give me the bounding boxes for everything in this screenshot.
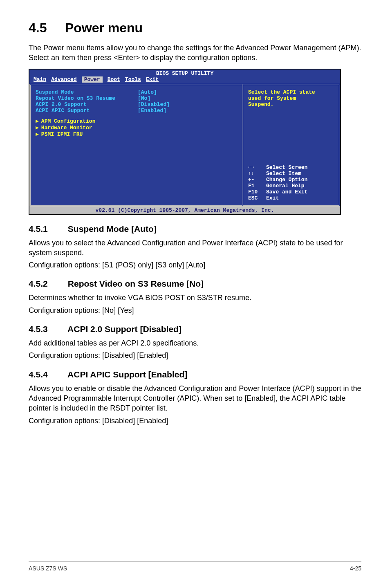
key-desc: Save and Exit — [266, 189, 307, 195]
bios-item-value: [Auto] — [138, 89, 157, 95]
bios-item-suspend-mode[interactable]: Suspend Mode [Auto] — [36, 89, 237, 95]
subsection-title: Repost Video on S3 Resume [No] — [68, 279, 204, 288]
subsection-number: 4.5.3 — [29, 324, 65, 334]
bios-key-legend: ←→Select Screen ↑↓Select Item +-Change O… — [248, 164, 334, 201]
bios-tab-boot[interactable]: Boot — [108, 76, 120, 83]
subsection-heading: 4.5.3 ACPI 2.0 Support [Disabled] — [29, 324, 361, 334]
bios-tab-power[interactable]: Power — [82, 76, 103, 83]
bios-item-label: ACPI 2.0 Support — [36, 101, 138, 108]
bios-submenu-hardware-monitor[interactable]: ▶Hardware Monitor — [36, 124, 237, 131]
bios-tab-exit[interactable]: Exit — [146, 76, 159, 83]
body-text: Configuration options: [Disabled] [Enabl… — [29, 350, 361, 360]
body-text: Allows you to enable or disable the Adva… — [29, 384, 361, 413]
bios-left-pane: Suspend Mode [Auto] Repost Video on S3 R… — [29, 84, 242, 206]
key-desc: General Help — [266, 183, 305, 189]
bios-footer: v02.61 (C)Copyright 1985-2007, American … — [29, 206, 340, 214]
subsection-number: 4.5.1 — [29, 224, 65, 234]
bios-item-repost-video[interactable]: Repost Video on S3 Resume [No] — [36, 95, 237, 101]
key-desc: Select Item — [266, 171, 301, 177]
subsection-heading: 4.5.4 ACPI APIC Support [Enabled] — [29, 370, 361, 379]
section-number: 4.5 — [29, 20, 61, 36]
bios-item-label: Suspend Mode — [36, 89, 138, 95]
subsection-title: ACPI APIC Support [Enabled] — [67, 370, 187, 379]
key-desc: Exit — [266, 195, 279, 201]
triangle-right-icon: ▶ — [36, 131, 39, 137]
section-heading: 4.5 Power menu — [29, 20, 361, 36]
bios-item-value: [Enabled] — [138, 108, 166, 114]
bios-figure: BIOS SETUP UTILITY Main Advanced Power B… — [29, 69, 341, 215]
section-intro: The Power menu items allow you to change… — [29, 43, 361, 63]
bios-item-acpi-20[interactable]: ACPI 2.0 Support [Disabled] — [36, 101, 237, 108]
key-label: +- — [248, 177, 266, 183]
key-label: ESC — [248, 195, 266, 201]
body-text: Configuration options: [No] [Yes] — [29, 305, 361, 315]
bios-item-acpi-apic[interactable]: ACPI APIC Support [Enabled] — [36, 108, 237, 114]
triangle-right-icon: ▶ — [36, 118, 39, 124]
body-text: Add additional tables as per ACPI 2.0 sp… — [29, 338, 361, 348]
key-label: ↑↓ — [248, 171, 266, 177]
bios-tab-advanced[interactable]: Advanced — [51, 76, 76, 83]
bios-submenu-psmi-ipmi-fru[interactable]: ▶PSMI IPMI FRU — [36, 131, 237, 137]
body-text: Configuration options: [S1 (POS) only] [… — [29, 260, 361, 270]
key-label: F1 — [248, 183, 266, 189]
body-text: Configuration options: [Disabled] [Enabl… — [29, 416, 361, 426]
bios-help-line: Select the ACPI state — [248, 89, 334, 95]
bios-help-line: Suspend. — [248, 101, 334, 108]
subsection-title: ACPI 2.0 Support [Disabled] — [67, 324, 182, 334]
bios-right-pane: Select the ACPI state used for System Su… — [242, 84, 340, 206]
subsection-number: 4.5.2 — [29, 279, 65, 289]
key-desc: Select Screen — [266, 164, 307, 171]
bios-submenu-apm[interactable]: ▶APM Configuration — [36, 118, 237, 124]
subsection-heading: 4.5.1 Suspend Mode [Auto] — [29, 224, 361, 234]
body-text: Determines whether to invoke VGA BIOS PO… — [29, 293, 361, 303]
bios-tab-tools[interactable]: Tools — [125, 76, 141, 83]
bios-item-value: [Disabled] — [138, 101, 170, 108]
footer-left: ASUS Z7S WS — [29, 565, 67, 572]
bios-item-label: ACPI APIC Support — [36, 108, 138, 114]
subsection-number: 4.5.4 — [29, 370, 65, 379]
subsection-title: Suspend Mode [Auto] — [68, 224, 157, 233]
key-label: ←→ — [248, 164, 266, 171]
bios-help-line: used for System — [248, 95, 334, 101]
bios-item-label: Repost Video on S3 Resume — [36, 95, 138, 101]
bios-submenu-label: APM Configuration — [41, 118, 96, 124]
bios-help-text: Select the ACPI state used for System Su… — [248, 89, 334, 108]
section-title-text: Power menu — [65, 20, 143, 35]
bios-title-bar: BIOS SETUP UTILITY — [29, 70, 340, 76]
body-text: Allows you to select the Advanced Config… — [29, 238, 361, 258]
bios-tab-main[interactable]: Main — [34, 76, 46, 83]
triangle-right-icon: ▶ — [36, 125, 39, 131]
footer-right: 4-25 — [350, 565, 361, 572]
bios-tab-bar: Main Advanced Power Boot Tools Exit — [29, 76, 340, 84]
key-desc: Change Option — [266, 177, 307, 183]
bios-submenu-label: Hardware Monitor — [41, 125, 92, 131]
bios-item-value: [No] — [138, 95, 150, 101]
bios-submenu-label: PSMI IPMI FRU — [41, 131, 83, 137]
subsection-heading: 4.5.2 Repost Video on S3 Resume [No] — [29, 279, 361, 289]
key-label: F10 — [248, 189, 266, 195]
page-footer: ASUS Z7S WS 4-25 — [29, 561, 361, 572]
